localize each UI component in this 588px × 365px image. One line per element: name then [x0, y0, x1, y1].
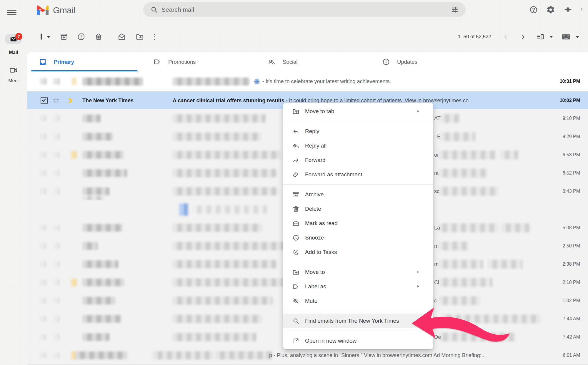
menu-item-move-to[interactable]: Move to [283, 265, 433, 279]
gemini-sparkle-icon[interactable] [563, 5, 573, 14]
email-snippet: - It could bring hope to a limited cohor… [284, 97, 473, 103]
input-tools-caret-icon[interactable] [576, 36, 579, 38]
menu-divider [283, 184, 433, 185]
menu-divider [283, 121, 433, 121]
redacted-block [173, 260, 276, 268]
pagination-count: 1–50 of 52,522 [458, 34, 491, 40]
menu-item-forward[interactable]: Forward [283, 153, 433, 167]
redacted-block [82, 78, 143, 86]
select-caret-icon[interactable] [47, 36, 50, 38]
redacted-block [438, 260, 483, 269]
search-input[interactable]: Search mail [161, 6, 451, 13]
sidebar-label-meet[interactable]: Meet [0, 78, 27, 83]
redacted-block [82, 297, 115, 304]
redacted-block [82, 279, 124, 286]
row-checkbox-checked[interactable] [41, 97, 48, 104]
select-all-checkbox[interactable] [41, 34, 42, 39]
help-icon[interactable] [529, 5, 538, 14]
more-options-icon[interactable]: ⋮ [151, 34, 158, 40]
search-bar[interactable]: Search mail [143, 2, 466, 17]
email-row[interactable]: - It's time to celebrate your latest wri… [27, 71, 588, 92]
redacted-block [500, 150, 518, 159]
redacted-block [82, 133, 113, 140]
people-icon [268, 58, 276, 66]
menu-item-reply-all[interactable]: Reply all [283, 138, 433, 153]
menu-item-label: Snooze [305, 235, 427, 241]
redacted-block [173, 169, 276, 177]
tab-updates[interactable]: Updates [370, 52, 485, 71]
menu-divider [283, 311, 433, 311]
split-pane-caret-icon[interactable] [549, 36, 553, 38]
settings-gear-icon[interactable] [546, 5, 555, 14]
toolbar-divider [110, 32, 110, 42]
redacted-block [71, 151, 76, 159]
menu-item-label: Move to tab [305, 108, 414, 115]
submenu-arrow-icon [414, 270, 422, 274]
clipped-subject-fragment: sc [434, 188, 439, 195]
redacted-block [215, 351, 272, 359]
attachment-icon [292, 171, 299, 178]
menu-divider [283, 331, 433, 331]
menu-item-find-emails-from-the-new-york-times[interactable]: Find emails from The New York Times [283, 314, 433, 328]
gmail-wordmark: Gmail [53, 5, 75, 15]
redacted-block [153, 351, 213, 359]
sidebar-label-mail[interactable]: Mail [0, 50, 27, 55]
search-options-icon[interactable] [451, 6, 459, 14]
tab-primary[interactable]: Primary [27, 52, 141, 71]
email-time: 9:10 PM [562, 116, 580, 121]
redacted-block [71, 279, 76, 286]
clock-icon [292, 234, 299, 241]
archive-icon [292, 191, 299, 198]
input-tools-keyboard-icon[interactable] [561, 32, 571, 41]
email-sender: The New York Times [82, 97, 134, 103]
menu-item-archive[interactable]: Archive [283, 187, 433, 202]
menu-item-mark-as-read[interactable]: Mark as read [283, 216, 433, 230]
menu-item-snooze[interactable]: Snooze [283, 230, 433, 245]
report-spam-icon[interactable] [77, 33, 85, 41]
split-pane-icon[interactable] [536, 33, 544, 41]
menu-item-label-as[interactable]: Label as [283, 279, 433, 294]
redacted-block [82, 195, 104, 201]
redacted-block [54, 243, 59, 249]
redacted-block [173, 297, 273, 305]
menu-item-label: Move to [305, 269, 414, 275]
redacted-block [54, 134, 59, 140]
main-menu-icon[interactable] [7, 8, 16, 16]
importance-marker-icon[interactable] [68, 98, 74, 103]
redacted-block [82, 115, 101, 122]
menu-item-mute[interactable]: Mute [283, 294, 433, 308]
menu-item-label: Archive [305, 191, 427, 198]
star-icon[interactable]: ☆ [52, 96, 59, 104]
tab-social[interactable]: Social [256, 52, 370, 71]
menu-item-open-in-new-window[interactable]: Open in new window [283, 334, 433, 348]
menu-item-label: Delete [305, 206, 427, 212]
apps-grid-icon[interactable] [581, 4, 585, 16]
tab-promotions[interactable]: Promotions [141, 52, 256, 71]
delete-icon[interactable] [94, 33, 103, 41]
redacted-block [82, 169, 127, 177]
reply-icon [292, 128, 299, 135]
meet-camera-icon[interactable] [9, 66, 18, 75]
menu-item-add-to-tasks[interactable]: Add to Tasks [283, 245, 433, 259]
menu-item-delete[interactable]: Delete [283, 202, 433, 216]
newer-page-icon[interactable] [502, 33, 509, 40]
menu-item-forward-as-attachment[interactable]: Forward as attachment [283, 167, 433, 182]
archive-icon[interactable] [60, 33, 68, 41]
older-page-icon[interactable] [519, 33, 527, 40]
redacted-block [40, 334, 46, 340]
redacted-block [442, 314, 541, 323]
move-to-icon[interactable] [136, 33, 144, 41]
menu-item-label: Reply [305, 128, 427, 135]
redacted-block [488, 260, 522, 269]
email-context-menu: Move to tabReplyReply allForwardForward … [283, 103, 433, 349]
redacted-block [173, 278, 283, 287]
redacted-block [40, 352, 46, 358]
menu-item-move-to-tab[interactable]: Move to tab [283, 104, 433, 118]
menu-item-reply[interactable]: Reply [283, 124, 433, 138]
redacted-block [438, 187, 498, 196]
clipped-subject-fragment: m [434, 261, 439, 267]
search-icon[interactable] [150, 6, 158, 14]
menu-item-label: Find emails from The New York Times [305, 318, 427, 324]
mark-as-read-icon[interactable] [118, 33, 126, 41]
reply-all-icon [292, 142, 299, 149]
